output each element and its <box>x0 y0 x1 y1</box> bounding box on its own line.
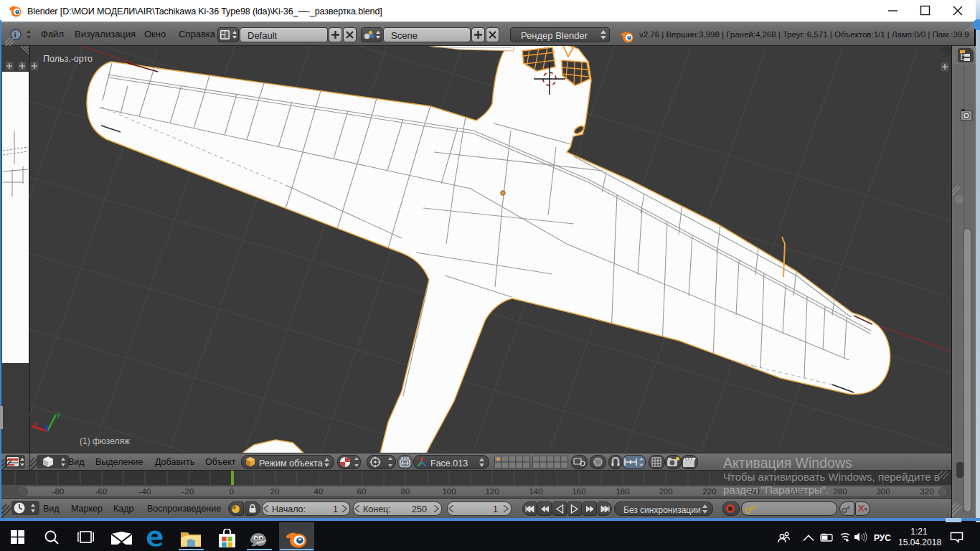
svg-text:y: y <box>57 410 61 418</box>
svg-text:Польз.-орто: Польз.-орто <box>43 54 93 64</box>
svg-text:(1) фюзеляж: (1) фюзеляж <box>80 436 130 446</box>
svg-text:x: x <box>34 419 38 428</box>
